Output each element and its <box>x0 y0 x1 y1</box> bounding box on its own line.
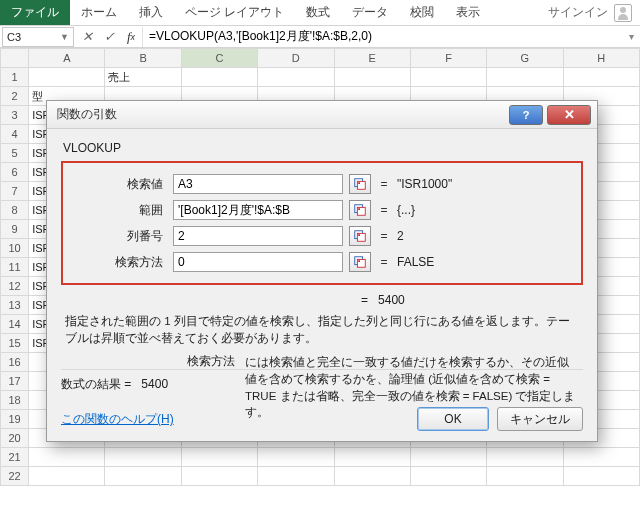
arguments-box: 検索値 = "ISR1000" 範囲 = {...} <box>61 161 583 285</box>
dialog-backdrop: 関数の引数 ? ✕ VLOOKUP 検索値 = "ISR1000" 範囲 <box>0 0 640 506</box>
arg-result-col: 2 <box>397 229 404 243</box>
function-description: 指定された範囲の 1 列目で特定の値を検索し、指定した列と同じ行にある値を返しま… <box>61 311 583 354</box>
arg-input-range[interactable] <box>173 200 343 220</box>
range-picker-icon[interactable] <box>349 200 371 220</box>
arg-result-range: {...} <box>397 203 415 217</box>
overall-result: 5400 <box>378 293 405 307</box>
svg-rect-8 <box>358 234 360 236</box>
equals-sign: = <box>377 203 391 217</box>
arg-input-match[interactable] <box>173 252 343 272</box>
arg-input-lookup[interactable] <box>173 174 343 194</box>
dialog-title: 関数の引数 <box>57 106 117 123</box>
range-picker-icon[interactable] <box>349 252 371 272</box>
dialog-close-button[interactable]: ✕ <box>547 105 591 125</box>
dialog-help-button[interactable]: ? <box>509 105 543 125</box>
arg-label-match: 検索方法 <box>71 254 167 271</box>
range-picker-icon[interactable] <box>349 226 371 246</box>
arg-input-col[interactable] <box>173 226 343 246</box>
function-help-link[interactable]: この関数のヘルプ(H) <box>61 411 174 428</box>
overall-equals: = <box>361 293 368 307</box>
equals-sign: = <box>377 229 391 243</box>
arg-label-range: 範囲 <box>71 202 167 219</box>
function-arguments-dialog: 関数の引数 ? ✕ VLOOKUP 検索値 = "ISR1000" 範囲 <box>46 100 598 442</box>
arg-label-lookup: 検索値 <box>71 176 167 193</box>
formula-result-label: 数式の結果 = <box>61 377 131 391</box>
function-name-label: VLOOKUP <box>63 141 583 155</box>
svg-rect-5 <box>358 208 360 210</box>
equals-sign: = <box>377 177 391 191</box>
dialog-titlebar[interactable]: 関数の引数 ? ✕ <box>47 101 597 129</box>
formula-result-value: 5400 <box>141 377 168 391</box>
equals-sign: = <box>377 255 391 269</box>
arg-result-lookup: "ISR1000" <box>397 177 452 191</box>
svg-rect-11 <box>358 260 360 262</box>
cancel-button[interactable]: キャンセル <box>497 407 583 431</box>
svg-rect-2 <box>358 182 360 184</box>
arg-label-col: 列番号 <box>71 228 167 245</box>
range-picker-icon[interactable] <box>349 174 371 194</box>
ok-button[interactable]: OK <box>417 407 489 431</box>
arg-result-match: FALSE <box>397 255 434 269</box>
